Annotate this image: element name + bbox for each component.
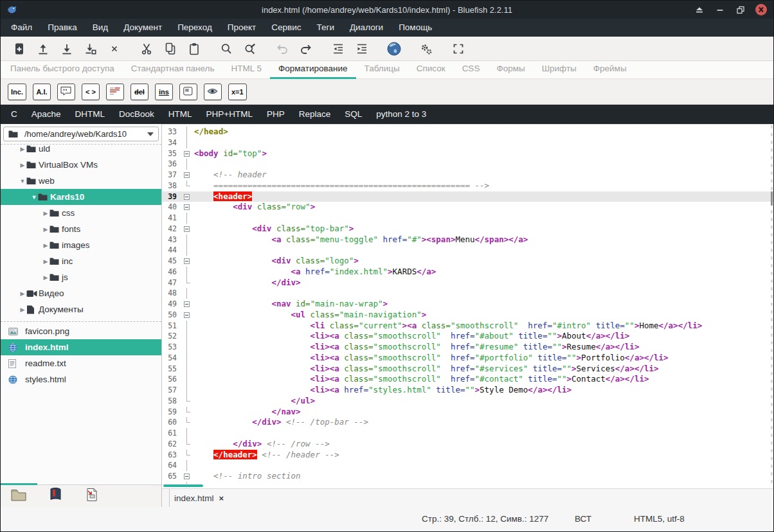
menu-теги[interactable]: Теги <box>309 19 341 37</box>
expander-icon[interactable]: ▶ <box>19 290 26 297</box>
panel-tab-snippets[interactable] <box>83 488 101 504</box>
horizontal-scrollbar-thumb[interactable] <box>163 484 203 487</box>
expander-icon[interactable]: ▶ <box>42 210 50 217</box>
horizontal-scrollbar[interactable] <box>162 484 773 488</box>
preferences-button[interactable] <box>414 39 438 58</box>
sidebar-splitter[interactable] <box>1 317 161 322</box>
tree-item-inc[interactable]: ▶inc <box>1 253 161 269</box>
code-editor[interactable]: 33</head>3435<body id="top">3637<!-- hea… <box>162 124 773 484</box>
tab-панель-быстрого-доступа[interactable]: Панель быстрого доступа <box>2 60 123 78</box>
code-line[interactable]: 35<body id="top"> <box>162 148 773 159</box>
filter-sql[interactable]: SQL <box>338 105 369 124</box>
restore-button[interactable] <box>735 4 746 15</box>
tab-шрифты[interactable]: Шрифты <box>534 60 585 78</box>
save-as-button[interactable] <box>78 39 102 58</box>
file-item-readme-txt[interactable]: readme.txt <box>1 355 161 371</box>
expander-icon[interactable]: ▶ <box>42 258 50 265</box>
save-button[interactable] <box>55 39 78 58</box>
undo-button[interactable] <box>270 39 294 58</box>
ins-button[interactable]: ins <box>155 84 173 100</box>
shade-button[interactable] <box>694 4 705 15</box>
view-button[interactable] <box>204 84 222 100</box>
quote-button[interactable] <box>57 84 75 100</box>
expander-icon[interactable]: ▶ <box>19 306 26 313</box>
code-line[interactable]: 50<ul class="main-navigation"> <box>162 310 773 321</box>
code-line[interactable]: 52<li><a class="smoothscroll" href="#abo… <box>162 331 773 342</box>
close-document-button[interactable] <box>102 39 126 58</box>
expander-icon[interactable]: ▼ <box>30 194 38 200</box>
expander-icon[interactable]: ▶ <box>19 162 26 168</box>
code-line[interactable]: 56<li><a class="smoothscroll" href="#con… <box>162 374 773 385</box>
tab-формы[interactable]: Формы <box>488 60 533 78</box>
code-line[interactable]: 36 <box>162 159 773 170</box>
fold-marker[interactable] <box>180 170 194 181</box>
tab-стандартная-панель[interactable]: Стандартная панель <box>123 60 223 78</box>
fullscreen-button[interactable] <box>446 39 470 58</box>
fold-marker[interactable] <box>180 148 194 159</box>
file-item-styles-html[interactable]: styles.html <box>1 371 161 387</box>
tab-список[interactable]: Список <box>408 60 454 78</box>
inc-button[interactable]: Inc. <box>8 84 26 100</box>
code-line[interactable]: 44 <box>162 245 773 256</box>
code-tags-button[interactable]: < > <box>82 84 100 100</box>
code-line[interactable]: 55<li><a class="smoothscroll" href="#ser… <box>162 364 773 375</box>
expander-icon[interactable]: ▼ <box>19 178 26 184</box>
menu-проект[interactable]: Проект <box>220 19 264 37</box>
code-line[interactable]: 42<div class="top-bar"> <box>162 224 773 235</box>
code-line[interactable]: 49<nav id="main-nav-wrap"> <box>162 299 773 310</box>
paste-button[interactable] <box>182 39 206 58</box>
code-line[interactable]: 65<!-- intro section <box>162 471 773 482</box>
filter-replace[interactable]: Replace <box>292 105 338 124</box>
file-item-index-html[interactable]: index.html <box>1 339 161 355</box>
filter-php-html[interactable]: PHP+HTML <box>199 105 260 124</box>
expander-icon[interactable]: ▶ <box>42 242 50 249</box>
code-line[interactable]: 64 <box>162 460 773 471</box>
expander-icon[interactable]: ▶ <box>19 146 26 152</box>
find-replace-button[interactable] <box>238 39 262 58</box>
kbd-button[interactable] <box>179 84 197 100</box>
tree-item-js[interactable]: ▶js <box>1 269 161 285</box>
word-lines-button[interactable] <box>106 84 124 100</box>
vertical-scrollbar[interactable] <box>771 125 773 506</box>
tree-item-virtualbox-vms[interactable]: ▶VirtualBox VMs <box>1 157 161 173</box>
expander-icon[interactable]: ▶ <box>42 226 50 233</box>
close-tab-icon[interactable]: × <box>219 493 224 503</box>
code-line[interactable]: 47</div> <box>162 278 773 288</box>
menu-файл[interactable]: Файл <box>3 19 40 37</box>
code-line[interactable]: 43<a class="menu-toggle" href="#"><span>… <box>162 235 773 245</box>
code-line[interactable]: 37<!-- header <box>162 170 773 181</box>
code-line[interactable]: 58</ul> <box>162 396 773 407</box>
tree-item-uld[interactable]: ▶uld <box>1 144 161 157</box>
tree-item-видео[interactable]: ▶Видео <box>1 285 161 301</box>
code-line[interactable]: 33</head> <box>162 127 773 137</box>
panel-tab-file-browser[interactable] <box>10 488 28 504</box>
close-button[interactable] <box>755 4 767 15</box>
code-line[interactable]: 57<li><a href="styles.html" title="">Sty… <box>162 385 773 396</box>
tree-item-web[interactable]: ▼web <box>1 173 161 189</box>
menu-диалоги[interactable]: Диалоги <box>342 19 391 37</box>
tree-item-документы[interactable]: ▶Документы <box>1 301 161 317</box>
find-button[interactable] <box>214 39 238 58</box>
menu-вид[interactable]: Вид <box>85 19 116 37</box>
filter-python-2-to-3[interactable]: python 2 to 3 <box>369 105 433 124</box>
code-line[interactable]: 45<div class="logo"> <box>162 256 773 267</box>
fold-marker[interactable] <box>180 224 194 235</box>
filter-apache[interactable]: Apache <box>24 105 68 124</box>
fold-marker[interactable] <box>180 310 194 321</box>
minimize-button[interactable] <box>714 4 726 15</box>
tab-html-5[interactable]: HTML 5 <box>223 60 271 78</box>
code-line[interactable]: 61 <box>162 428 773 439</box>
filter-php[interactable]: PHP <box>260 105 292 124</box>
tree-item-fonts[interactable]: ▶fonts <box>1 221 161 237</box>
code-line[interactable]: 60</div> <!-- /top-bar --> <box>162 417 773 428</box>
tab-css[interactable]: CSS <box>454 60 489 78</box>
filter-html[interactable]: HTML <box>161 105 199 124</box>
fold-marker[interactable] <box>180 256 194 267</box>
vertical-scrollbar-thumb[interactable] <box>771 191 773 206</box>
code-line[interactable]: 40<div class="row"> <box>162 202 773 213</box>
filter-c[interactable]: C <box>4 105 24 124</box>
new-document-button[interactable] <box>7 39 31 58</box>
panel-tab-bookmarks[interactable] <box>46 488 64 504</box>
indent-button[interactable] <box>350 39 374 58</box>
filter-docbook[interactable]: DocBook <box>112 105 161 124</box>
